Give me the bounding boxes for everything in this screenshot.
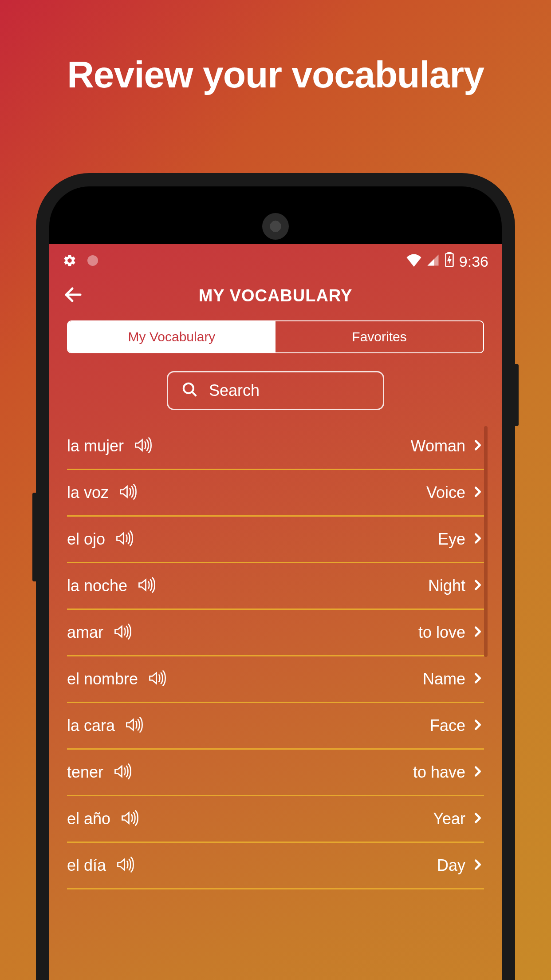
word-native: el día <box>67 856 106 875</box>
battery-icon <box>444 252 455 271</box>
tab-my-vocabulary[interactable]: My Vocabulary <box>68 321 276 352</box>
chevron-right-icon <box>472 719 484 733</box>
speaker-icon[interactable] <box>115 530 134 548</box>
word-translation: to have <box>413 763 465 782</box>
page-headline: Review your vocabulary <box>0 0 551 96</box>
vocab-row[interactable]: el añoYear <box>67 796 484 843</box>
search-placeholder: Search <box>209 381 260 400</box>
back-button[interactable] <box>63 284 84 307</box>
svg-point-0 <box>87 255 98 266</box>
chevron-right-icon <box>472 858 484 873</box>
chevron-right-icon <box>472 625 484 640</box>
svg-line-5 <box>192 392 197 396</box>
chevron-right-icon <box>472 672 484 686</box>
vocab-row[interactable]: la mujerWoman <box>67 423 484 470</box>
chevron-right-icon <box>472 765 484 779</box>
word-native: el nombre <box>67 670 138 688</box>
svg-rect-2 <box>448 252 451 253</box>
word-native: la mujer <box>67 437 124 455</box>
signal-icon <box>426 253 440 270</box>
vocab-row[interactable]: tenerto have <box>67 750 484 796</box>
word-translation: Voice <box>426 483 465 502</box>
search-input[interactable]: Search <box>167 371 384 410</box>
word-translation: Day <box>437 856 465 875</box>
speaker-icon[interactable] <box>125 717 143 735</box>
search-icon <box>181 381 198 400</box>
chevron-right-icon <box>472 579 484 593</box>
page-title: MY VOCABULARY <box>199 286 353 305</box>
status-time: 9:36 <box>459 253 488 270</box>
chevron-right-icon <box>472 532 484 546</box>
speaker-icon[interactable] <box>134 437 152 455</box>
phone-speaker <box>262 213 289 240</box>
word-translation: Face <box>430 716 465 735</box>
vocab-row[interactable]: la vozVoice <box>67 470 484 517</box>
vocab-row[interactable]: la nocheNight <box>67 563 484 610</box>
phone-sensor-left <box>129 217 140 228</box>
word-native: el ojo <box>67 530 105 549</box>
vocab-row[interactable]: la caraFace <box>67 703 484 750</box>
vocabulary-list: la mujerWomanla vozVoiceel ojoEyela noch… <box>49 423 502 889</box>
chevron-right-icon <box>472 812 484 826</box>
circle-icon <box>86 253 100 269</box>
speaker-icon[interactable] <box>113 763 132 781</box>
chevron-right-icon <box>472 439 484 453</box>
phone-sensor-right <box>415 220 422 227</box>
speaker-icon[interactable] <box>137 577 156 595</box>
phone-side-button-right <box>515 364 519 426</box>
speaker-icon[interactable] <box>116 857 134 874</box>
vocab-row[interactable]: amarto love <box>67 610 484 656</box>
tab-bar: My Vocabulary Favorites <box>67 320 484 353</box>
chevron-right-icon <box>472 486 484 500</box>
word-native: el año <box>67 810 110 828</box>
vocab-row[interactable]: el díaDay <box>67 843 484 889</box>
speaker-icon[interactable] <box>120 810 139 828</box>
app-screen: 9:36 MY VOCABULARY My Vocabulary Favorit… <box>49 244 502 980</box>
word-native: tener <box>67 763 103 782</box>
word-native: la voz <box>67 483 109 502</box>
vocab-row[interactable]: el nombreName <box>67 656 484 703</box>
word-translation: Name <box>423 670 465 688</box>
speaker-icon[interactable] <box>118 484 137 502</box>
word-translation: Night <box>428 577 465 595</box>
speaker-icon[interactable] <box>148 670 166 688</box>
status-bar: 9:36 <box>49 244 502 275</box>
speaker-icon[interactable] <box>113 624 132 641</box>
wifi-icon <box>406 253 422 270</box>
word-translation: Woman <box>411 437 465 455</box>
word-native: la cara <box>67 716 115 735</box>
word-translation: Eye <box>438 530 465 549</box>
gear-icon <box>63 253 77 269</box>
svg-point-4 <box>184 383 193 393</box>
phone-frame: 9:36 MY VOCABULARY My Vocabulary Favorit… <box>36 173 515 980</box>
word-native: la noche <box>67 577 127 595</box>
phone-side-button-left <box>32 493 36 581</box>
word-translation: Year <box>433 810 465 828</box>
vocab-row[interactable]: el ojoEye <box>67 517 484 563</box>
tab-favorites[interactable]: Favorites <box>276 321 483 352</box>
word-translation: to love <box>418 623 465 642</box>
word-native: amar <box>67 623 103 642</box>
app-bar: MY VOCABULARY <box>49 275 502 320</box>
scroll-indicator[interactable] <box>484 426 488 657</box>
